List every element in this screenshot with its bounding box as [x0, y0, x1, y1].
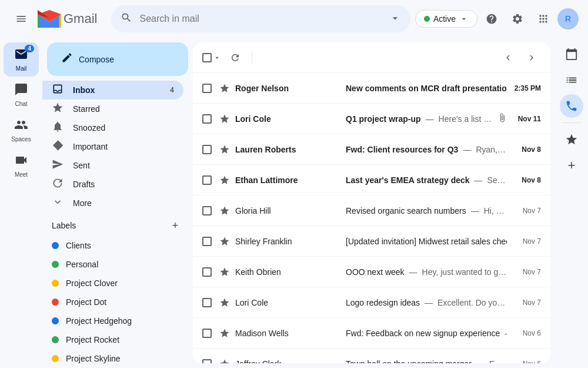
row-content: Q1 project wrap-up — Here's a list of al… — [346, 114, 493, 124]
clients-label: Clients — [66, 241, 91, 250]
row-star[interactable] — [219, 297, 230, 308]
sidebar-item-meet[interactable]: Meet — [4, 148, 39, 183]
row-star[interactable] — [219, 205, 230, 216]
inbox-count: 4 — [170, 86, 174, 94]
nav-starred[interactable]: Starred — [42, 100, 183, 118]
keep-button[interactable] — [560, 128, 583, 151]
row-meta: 2:35 PM — [512, 84, 541, 92]
email-row[interactable]: Ethan Lattimore Last year's EMEA strateg… — [193, 165, 550, 195]
sidebar-item-chat[interactable]: Chat — [4, 78, 39, 112]
contacts-button[interactable] — [560, 94, 583, 118]
nav-sent[interactable]: Sent — [42, 156, 183, 175]
add-label-button[interactable]: + — [167, 217, 183, 234]
row-checkbox[interactable] — [202, 84, 212, 93]
avatar[interactable]: R — [557, 8, 579, 29]
row-checkbox[interactable] — [202, 298, 212, 307]
email-list-container: Roger Nelson New comments on MCR draft p… — [193, 42, 550, 363]
row-timestamp: 2:35 PM — [512, 84, 541, 92]
email-row[interactable]: Keith Obrien OOO next week — Hey, just w… — [193, 257, 550, 287]
compose-label: Compose — [79, 55, 114, 64]
row-checkbox[interactable] — [202, 114, 212, 124]
label-project-hedgehog[interactable]: Project Hedgehog — [42, 311, 183, 330]
email-row[interactable]: Gloria Hill Revised organic search numbe… — [193, 195, 550, 226]
row-star[interactable] — [219, 83, 230, 94]
tasks-button[interactable] — [560, 68, 583, 92]
row-checkbox[interactable] — [202, 359, 212, 364]
clients-dot — [52, 242, 59, 249]
refresh-button[interactable] — [226, 48, 245, 67]
active-status-button[interactable]: Active — [415, 10, 477, 28]
compose-button[interactable]: Compose — [47, 42, 188, 76]
email-row[interactable]: Roger Nelson New comments on MCR draft p… — [193, 73, 550, 104]
help-button[interactable] — [480, 7, 503, 31]
label-project-rocket[interactable]: Project Rocket — [42, 330, 183, 349]
apps-button[interactable] — [532, 7, 555, 31]
nav-more[interactable]: More — [42, 194, 183, 213]
menu-button[interactable] — [9, 7, 33, 31]
sidebar-item-spaces[interactable]: Spaces — [4, 113, 39, 147]
nav-inbox[interactable]: Inbox 4 — [42, 81, 183, 100]
label-clients[interactable]: Clients — [42, 236, 183, 255]
main-layout: 4 Mail Chat Spaces Meet — [0, 38, 588, 368]
row-dash: — — [426, 114, 434, 124]
row-star[interactable] — [219, 144, 230, 155]
sidebar-item-mail[interactable]: 4 Mail — [4, 42, 39, 77]
row-star[interactable] — [219, 267, 230, 277]
inbox-label: Inbox — [73, 85, 95, 95]
next-page-button[interactable] — [522, 48, 541, 67]
calendar-button[interactable] — [560, 42, 583, 66]
left-nav: Compose Inbox 4 Starred Snoozed Impor — [42, 38, 193, 368]
email-row[interactable]: Shirley Franklin [Updated invitation] Mi… — [193, 226, 550, 257]
right-sidebar: + — [555, 38, 588, 368]
row-sender: Lori Cole — [235, 114, 341, 124]
row-content: New comments on MCR draft presentation —… — [346, 84, 507, 93]
email-row[interactable]: Lauren Roberts Fwd: Client resources for… — [193, 134, 550, 165]
row-checkbox[interactable] — [202, 329, 212, 338]
nav-important[interactable]: Important — [42, 137, 183, 156]
row-checkbox-area — [202, 267, 214, 277]
email-row[interactable]: Lori Cole Q1 project wrap-up — Here's a … — [193, 104, 550, 134]
label-project-skyline[interactable]: Project Skyline — [42, 349, 183, 368]
row-checkbox[interactable] — [202, 267, 212, 277]
email-row[interactable]: Madison Wells Fwd: Feedback on new signu… — [193, 318, 550, 349]
select-checkbox[interactable] — [202, 53, 212, 62]
row-star[interactable] — [219, 175, 230, 185]
row-star[interactable] — [219, 328, 230, 339]
row-content: OOO next week — Hey, just wanted to give… — [346, 267, 507, 277]
starred-icon — [52, 102, 64, 117]
row-snippet: Here's a list of all the top challenges … — [439, 114, 493, 124]
settings-button[interactable] — [506, 7, 529, 31]
row-star[interactable] — [219, 359, 230, 364]
row-content: [Updated invitation] Midwest retail sale… — [346, 237, 507, 246]
label-project-dot[interactable]: Project Dot — [42, 293, 183, 311]
row-meta: Nov 11 — [497, 113, 541, 124]
row-checkbox[interactable] — [202, 175, 212, 185]
label-project-clover[interactable]: Project Clover — [42, 274, 183, 293]
email-row[interactable]: Lori Cole Logo redesign ideas — Excellen… — [193, 287, 550, 318]
row-star[interactable] — [219, 236, 230, 247]
row-checkbox[interactable] — [202, 237, 212, 246]
sent-label: Sent — [73, 161, 90, 170]
prev-page-button[interactable] — [499, 48, 517, 67]
row-checkbox[interactable] — [202, 145, 212, 154]
email-rows: Roger Nelson New comments on MCR draft p… — [193, 73, 550, 363]
gmail-logo: Gmail — [38, 10, 97, 28]
row-snippet: Ryan, here's the doc with all the client… — [476, 145, 507, 154]
row-checkbox-area — [202, 206, 214, 216]
row-timestamp: Nov 7 — [512, 268, 541, 276]
row-star[interactable] — [219, 114, 230, 124]
compose-icon — [61, 52, 73, 67]
nav-snoozed[interactable]: Snoozed — [42, 118, 183, 137]
spaces-nav-icon — [14, 118, 28, 135]
nav-drafts[interactable]: Drafts — [42, 175, 183, 194]
label-personal[interactable]: Personal — [42, 255, 183, 274]
row-checkbox[interactable] — [202, 206, 212, 216]
search-input[interactable] — [139, 14, 382, 24]
personal-label: Personal — [66, 260, 98, 269]
select-all-checkbox[interactable] — [202, 48, 221, 67]
row-sender: Roger Nelson — [235, 84, 341, 93]
more-apps-button[interactable]: + — [560, 154, 583, 177]
email-row[interactable]: Jeffrey Clark Town hall on the upcoming … — [193, 349, 550, 363]
project-rocket-label: Project Rocket — [66, 335, 119, 344]
search-dropdown-icon[interactable] — [389, 12, 401, 26]
